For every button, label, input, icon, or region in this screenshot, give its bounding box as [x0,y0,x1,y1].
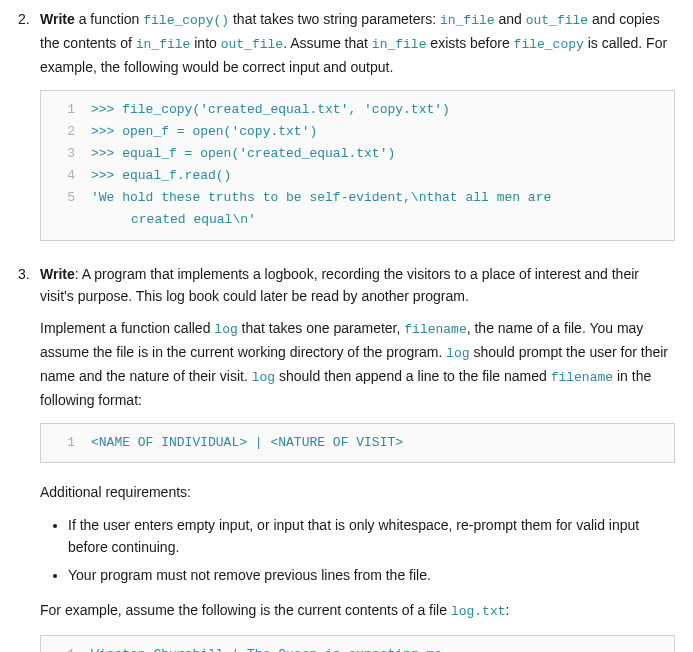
q2-text: and [495,11,526,27]
q3-example-file: log.txt [451,604,506,619]
line-number: 5 [51,187,75,209]
problem-2: Write a function file_copy() that takes … [18,8,675,241]
q3-example-intro: For example, assume the following is the… [40,599,675,623]
q2-prompt: Write a function file_copy() that takes … [40,8,675,78]
line-number: 1 [51,432,75,454]
q2-text: that takes two string parameters: [229,11,440,27]
q3-text: : [505,602,509,618]
problem-3: Write: A program that implements a logbo… [18,263,675,652]
code-text: >>> equal_f = open('created_equal.txt') [91,143,664,165]
q2-fn: file_copy [514,37,584,52]
code-line: 3 >>> equal_f = open('created_equal.txt'… [51,143,664,165]
code-line: . created equal\n' [51,209,664,231]
q3-fn: log [252,370,275,385]
q3-lead-bold: Write [40,266,75,282]
q3-param: filename [404,322,466,337]
q2-param-in: in_file [440,13,495,28]
q3-text: that takes one parameter, [238,320,405,336]
q2-param-in: in_file [372,37,427,52]
q2-text: . Assume that [283,35,372,51]
q2-param-out: out_file [526,13,588,28]
code-line: 4 >>> equal_f.read() [51,165,664,187]
q3-para2: Implement a function called log that tak… [40,317,675,411]
q2-fn: file_copy() [143,13,229,28]
q3-text: should then append a line to the file na… [275,368,551,384]
q2-lead-bold: Write [40,11,75,27]
code-text: >>> equal_f.read() [91,165,664,187]
code-text: 'We hold these truths to be self-evident… [91,187,664,209]
q3-prompt: Write: A program that implements a logbo… [40,263,675,308]
q3-text: For example, assume the following is the… [40,602,451,618]
line-number: 1 [51,99,75,121]
line-number: 4 [51,165,75,187]
code-text: created equal\n' [91,209,664,231]
code-line: 1 <NAME OF INDIVIDUAL> | <NATURE OF VISI… [51,432,664,454]
line-number: 3 [51,143,75,165]
q3-log-code-block: 1 Winston Churchill | The Queen is expec… [40,635,675,652]
code-line: 1 >>> file_copy('created_equal.txt', 'co… [51,99,664,121]
code-line: 5 'We hold these truths to be self-evide… [51,187,664,209]
code-line: 1 Winston Churchill | The Queen is expec… [51,644,664,652]
q3-fn: log [214,322,237,337]
q2-text: into [190,35,220,51]
q3-additional-heading: Additional requirements: [40,481,675,503]
q2-code-block: 1 >>> file_copy('created_equal.txt', 'co… [40,90,675,241]
problem-list: Write a function file_copy() that takes … [18,8,675,652]
list-item: If the user enters empty input, or input… [68,514,675,559]
q3-requirements-list: If the user enters empty input, or input… [40,514,675,587]
q3-format-code-block: 1 <NAME OF INDIVIDUAL> | <NATURE OF VISI… [40,423,675,463]
q3-param: filename [551,370,613,385]
line-number: 2 [51,121,75,143]
code-text: >>> file_copy('created_equal.txt', 'copy… [91,99,664,121]
q2-param-in: in_file [136,37,191,52]
q3-fn: log [446,346,469,361]
code-text: Winston Churchill | The Queen is expecti… [91,644,664,652]
q3-text: : A program that implements a logbook, r… [40,266,639,304]
code-text: >>> open_f = open('copy.txt') [91,121,664,143]
q2-param-out: out_file [221,37,283,52]
code-line: 2 >>> open_f = open('copy.txt') [51,121,664,143]
q2-text: a function [75,11,144,27]
q2-text: exists before [426,35,513,51]
line-number: 1 [51,644,75,652]
q3-text: Implement a function called [40,320,214,336]
code-text: <NAME OF INDIVIDUAL> | <NATURE OF VISIT> [91,432,664,454]
list-item: Your program must not remove previous li… [68,564,675,586]
